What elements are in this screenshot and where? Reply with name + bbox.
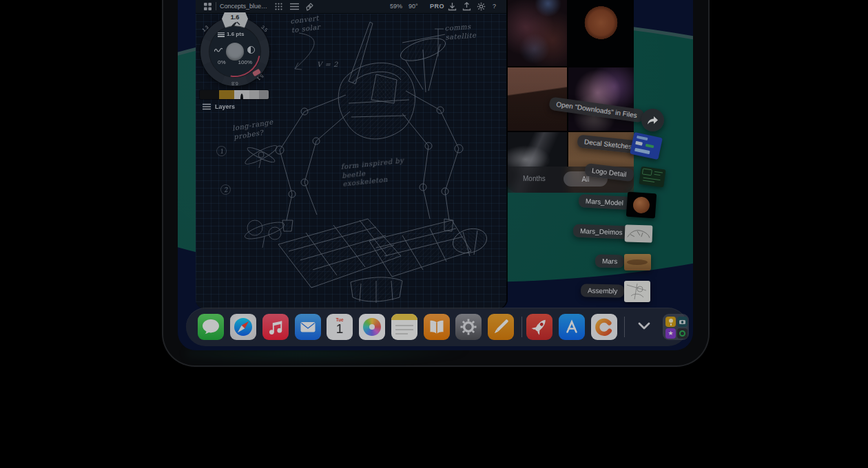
annotation-version: V = 2 (317, 61, 338, 70)
photos-flower-icon (363, 318, 381, 336)
dock-app-safari[interactable] (230, 314, 256, 340)
color-swatch-bar[interactable] (200, 90, 269, 99)
drag-label-mars-model[interactable]: Mars_Model (579, 194, 631, 210)
dock-app-appstore[interactable] (559, 314, 585, 340)
swatch-dark-gray[interactable] (259, 90, 269, 99)
opacity-min-label: 0% (218, 59, 226, 65)
annotation-convert-to-solar: convert to solar (290, 14, 321, 35)
drag-thumb-mars[interactable] (624, 254, 651, 270)
zoom-level[interactable]: 59% (390, 3, 402, 10)
mail-envelope-icon (295, 314, 321, 340)
dock-app-library[interactable]: ★ (663, 314, 689, 340)
dock-app-rocket[interactable] (526, 314, 552, 340)
drag-label-mars[interactable]: Mars (595, 255, 625, 268)
notes-header-strip (391, 314, 417, 320)
pen-tool-icon[interactable] (305, 2, 314, 11)
dock-app-linea[interactable] (488, 314, 514, 340)
safari-compass-icon (230, 314, 256, 340)
hamburger-icon (203, 103, 211, 110)
dock-app-settings[interactable] (455, 314, 482, 340)
photos-app-window: Months All (508, 0, 634, 193)
annotation-comms-satellite: comms satellite (444, 22, 477, 41)
drag-thumb-assembly[interactable] (624, 281, 650, 302)
books-open-book-icon (424, 314, 450, 340)
selected-swatch-dot (240, 94, 243, 100)
opacity-icon[interactable] (247, 46, 255, 54)
stroke-weight-icon (218, 32, 225, 37)
dock-app-messages[interactable] (198, 314, 224, 340)
linea-pen-icon (488, 314, 514, 340)
photo-mars-planet[interactable] (568, 0, 634, 66)
drag-thumb-mars-model[interactable] (626, 192, 657, 219)
help-button[interactable]: ? (493, 3, 496, 10)
calendar-day: 1 (327, 322, 353, 336)
settings-gear-glyph (455, 314, 482, 340)
settings-gear-icon[interactable] (477, 2, 486, 11)
photo-flame-nebula[interactable] (508, 0, 567, 66)
swatch-gold[interactable] (219, 90, 234, 99)
color-preview-knob[interactable] (226, 43, 244, 61)
rotation-value[interactable]: 90° (409, 3, 418, 10)
share-forward-button[interactable] (641, 109, 664, 131)
swatch-black[interactable] (200, 90, 219, 99)
dock-app-concepts[interactable] (591, 314, 617, 340)
chevron-down-icon (636, 317, 652, 335)
drag-label-mars-deimos[interactable]: Mars_Deimos (573, 224, 630, 240)
brush-settings-disc[interactable]: 1.6 pts 0% 100% (209, 26, 260, 77)
toolbar-divider (216, 2, 216, 10)
layers-list-icon[interactable] (289, 2, 300, 11)
layers-label: Layers (215, 103, 235, 110)
dock-divider (521, 317, 522, 337)
dock-divider (624, 317, 625, 337)
messages-bubble-icon (198, 314, 224, 340)
app-library-tips-icon (665, 317, 676, 327)
dock-app-photos[interactable] (359, 314, 385, 340)
rocket-icon (526, 314, 552, 340)
export-share-icon[interactable] (462, 2, 471, 11)
dot-grid-icon[interactable] (274, 2, 283, 11)
brush-size-bottom[interactable]: 6.8 (231, 81, 238, 86)
dock-app-music[interactable] (262, 314, 289, 340)
concepts-app-window: Concepts_blue… 59% 90° PRO ? (196, 0, 506, 309)
brush-tool-wheel[interactable]: 1.6 1.3 3.5 6.8 5.1 1.6 pts 0% 100% (200, 17, 269, 86)
dock-app-mail[interactable] (295, 314, 321, 340)
pro-badge[interactable]: PRO (430, 3, 444, 10)
music-note-icon (262, 314, 289, 340)
selected-brush-size: 1.6 (222, 14, 248, 21)
app-library-camera-icon (677, 317, 688, 327)
dock-collapse-chevron[interactable] (636, 317, 652, 335)
concepts-c-icon (591, 314, 617, 340)
concepts-toolbar: Concepts_blue… 59% 90° PRO ? (196, 0, 506, 14)
layers-button[interactable]: Layers (203, 103, 235, 110)
dock-app-notes[interactable] (391, 314, 417, 340)
workspace-grid-icon[interactable] (203, 2, 212, 11)
drag-thumb-logo-detail[interactable] (639, 167, 665, 188)
app-library-clock-icon (677, 328, 688, 339)
forward-arrow-icon (647, 116, 659, 125)
swatch-light-gray[interactable] (234, 90, 249, 99)
import-icon[interactable] (448, 2, 457, 11)
appstore-a-icon (559, 314, 585, 340)
smoothing-icon[interactable] (214, 47, 223, 54)
app-library-star-icon: ★ (665, 328, 676, 339)
swatch-gray[interactable] (249, 90, 259, 99)
segment-months[interactable]: Months (523, 175, 546, 182)
dock-app-books[interactable] (424, 314, 450, 340)
photo-orion-nebula[interactable] (568, 67, 634, 131)
document-title[interactable]: Concepts_blue… (220, 3, 267, 10)
device-reflection (186, 350, 475, 363)
opacity-max-label: 100% (238, 59, 252, 65)
dock-app-calendar[interactable]: Tue 1 (327, 314, 353, 340)
drag-thumb-mars-deimos[interactable] (625, 224, 653, 242)
stroke-size-label[interactable]: 1.6 pts (227, 31, 244, 37)
ipad-screen: Concepts_blue… 59% 90° PRO ? (178, 0, 693, 350)
dock: Tue 1 (186, 308, 688, 346)
drag-label-assembly[interactable]: Assembly (581, 284, 625, 297)
